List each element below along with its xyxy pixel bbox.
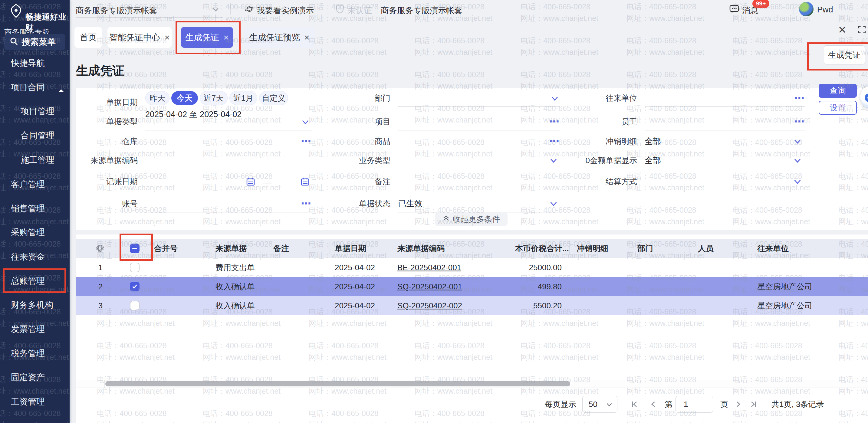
demo-link[interactable]: 我要看实例演示 <box>257 5 314 16</box>
per-page-select[interactable]: 50 <box>582 396 617 413</box>
source-code-input[interactable] <box>145 153 312 168</box>
sidebar-item-ar-ap-funds[interactable]: 往来资金 <box>0 249 70 265</box>
sidebar-item-contract-mgmt[interactable]: 合同管理 <box>0 127 70 144</box>
col-source-bill: 来源单据 <box>216 243 247 254</box>
warehouse-input[interactable] <box>145 134 312 149</box>
calendar-icon[interactable] <box>300 177 310 189</box>
sidebar-item-fixed-assets[interactable]: 固定资产 <box>0 369 70 386</box>
page-number-input[interactable]: 1 <box>676 396 713 413</box>
avatar[interactable] <box>799 2 813 17</box>
close-icon[interactable]: × <box>304 33 310 42</box>
bill-status-value[interactable]: 已生效 <box>398 198 423 209</box>
table-row[interactable]: 3 收入确认单 2025-04-02 SQ-20250402-002 5500.… <box>76 296 868 315</box>
quick-filter-today[interactable]: 今天 <box>171 91 198 105</box>
query-button[interactable]: 查询 <box>819 84 857 98</box>
generate-voucher-button[interactable]: 生成凭证 <box>824 45 865 64</box>
booking-date-start-input[interactable] <box>145 174 257 189</box>
quick-filter-yesterday[interactable]: 昨天 <box>145 91 169 105</box>
remark-input[interactable] <box>398 174 560 189</box>
sidebar-item-customer-mgmt[interactable]: 客户管理 <box>0 176 70 193</box>
sidebar-item-construction-mgmt[interactable]: 施工管理 <box>0 152 70 168</box>
table-row[interactable]: 1 费用支出单 2025-04-02 BE-20250402-001 25000… <box>76 258 868 277</box>
collapse-conditions-button[interactable]: 收起更多条件 <box>435 212 507 226</box>
cert-status[interactable]: 未认证 <box>347 5 372 16</box>
tab-voucher-preview[interactable]: 生成凭证预览× <box>244 27 315 48</box>
more-icon[interactable]: ⋯ <box>794 93 805 103</box>
sidebar-item-project-mgmt[interactable]: 项目管理 <box>0 103 70 120</box>
table-row[interactable]: 2 收入确认单 2025-04-02 SQ-20250402-001 499.8… <box>76 277 868 296</box>
sidebar-item-quick-nav[interactable]: 快捷导航 <box>0 55 70 72</box>
chevron-down-icon[interactable] <box>212 5 220 15</box>
chevron-down-icon[interactable] <box>793 177 802 186</box>
cert-shield-icon: 企 <box>335 4 345 17</box>
more-icon[interactable]: ⋯ <box>549 116 560 127</box>
cell-source-code-link[interactable]: BE-20250402-001 <box>397 263 461 272</box>
employee-input[interactable] <box>645 115 805 130</box>
tab-generate-voucher[interactable]: 生成凭证× <box>181 27 233 48</box>
more-icon[interactable]: ⋯ <box>549 136 560 146</box>
bill-type-input[interactable] <box>145 115 312 130</box>
tab-home[interactable]: 首页 <box>74 27 102 48</box>
select-all-checkbox[interactable] <box>130 243 140 253</box>
watermark-text: 电话：400-665-0028 <box>626 36 696 46</box>
row-checkbox[interactable] <box>130 263 140 272</box>
chevron-down-icon[interactable] <box>793 156 802 165</box>
scrollbar-thumb[interactable] <box>105 381 570 386</box>
sidebar-item-sales-mgmt[interactable]: 销售管理 <box>0 200 70 217</box>
cell-source-bill: 费用支出单 <box>216 262 255 272</box>
quick-filter-7days[interactable]: 近7天 <box>200 91 227 105</box>
row-checkbox[interactable] <box>130 301 140 311</box>
counterparty-input[interactable] <box>645 91 805 106</box>
calendar-icon[interactable] <box>246 177 255 189</box>
close-icon[interactable]: × <box>223 33 229 42</box>
first-page-icon[interactable] <box>629 399 640 410</box>
quick-filter-custom[interactable]: 自定义 <box>259 91 288 105</box>
chevron-down-icon[interactable] <box>549 156 558 165</box>
sidebar-item-general-ledger[interactable]: 总账管理 <box>0 272 70 290</box>
settings-button[interactable]: 设置 <box>819 101 857 115</box>
fullscreen-icon[interactable] <box>857 25 867 37</box>
business-type-input[interactable] <box>398 153 560 168</box>
settlement-input[interactable] <box>645 174 805 189</box>
prev-page-icon[interactable] <box>648 399 658 410</box>
chevron-down-icon[interactable] <box>550 94 559 103</box>
account-input[interactable] <box>145 196 312 212</box>
next-page-icon[interactable] <box>733 399 744 410</box>
zero-amount-value[interactable]: 全部 <box>645 155 661 166</box>
close-icon[interactable]: × <box>164 33 170 42</box>
writeoff-detail-value[interactable]: 全部 <box>645 136 661 147</box>
chevron-down-icon[interactable] <box>301 118 310 127</box>
sidebar-item-tax-mgmt[interactable]: 税务管理 <box>0 345 70 362</box>
sidebar-item-purchase-mgmt[interactable]: 采购管理 <box>0 224 70 241</box>
row-seq: 2 <box>97 282 104 291</box>
window-close-icon[interactable]: × <box>838 23 846 36</box>
sidebar-search[interactable]: 搜索菜单 <box>4 34 65 50</box>
tab-smart-voucher-center[interactable]: 智能凭证中心× <box>107 27 172 48</box>
messages-badge: 99+ <box>752 0 769 8</box>
more-icon[interactable]: ⋯ <box>301 198 312 208</box>
account-switcher[interactable]: 商务服务专版演示帐套 <box>76 5 157 16</box>
more-icon[interactable]: ⋯ <box>794 116 805 127</box>
cell-source-code-link[interactable]: SQ-20250402-001 <box>397 282 462 291</box>
assistant-robot-button[interactable] <box>860 86 868 109</box>
last-page-icon[interactable] <box>748 399 759 410</box>
cell-source-code-link[interactable]: SQ-20250402-002 <box>397 301 462 310</box>
sidebar-item-invoice-mgmt[interactable]: 发票管理 <box>0 321 70 338</box>
sidebar-item-finance-multi-org[interactable]: 财务多机构 <box>0 296 70 314</box>
gear-icon[interactable] <box>95 243 105 255</box>
row-checkbox[interactable] <box>130 282 140 291</box>
sidebar-item-project-contract[interactable]: 项目合同 <box>0 79 70 96</box>
quick-filter-1month[interactable]: 近1月 <box>229 91 257 105</box>
goods-input[interactable] <box>398 134 560 149</box>
more-icon[interactable]: ⋯ <box>301 136 312 146</box>
user-name[interactable]: Pwd <box>817 5 833 14</box>
department-input[interactable] <box>398 91 560 106</box>
filter-label-source-code: 来源单据编码 <box>77 155 138 166</box>
message-icon[interactable] <box>729 4 740 17</box>
horizontal-scrollbar[interactable] <box>76 380 868 388</box>
chevron-down-icon[interactable] <box>549 199 558 208</box>
sidebar-item-payroll-mgmt[interactable]: 工资管理 <box>0 393 70 410</box>
project-input[interactable] <box>398 115 560 130</box>
filter-label-business-type: 业务类型 <box>330 155 391 166</box>
chevron-down-icon[interactable] <box>793 137 802 146</box>
